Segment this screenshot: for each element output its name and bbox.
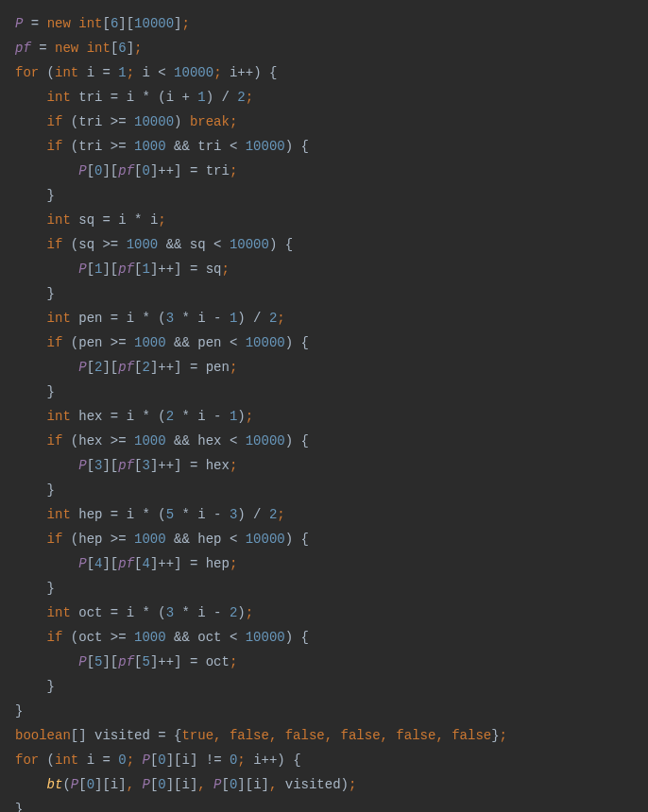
code-line: boolean[] visited = {true, false, false,… [15,728,507,743]
code-line: } [15,384,55,399]
code-line: if (tri >= 10000) break; [15,114,237,129]
function-call: bt [47,777,63,792]
code-line: bt(P[0][i], P[0][i], P[0][i], visited); [15,777,356,792]
code-line: } [15,286,55,301]
field-ref: P [15,16,23,31]
code-line: P[4][pf[4]++] = hep; [15,556,237,571]
code-line: int oct = i * (3 * i - 2); [15,605,253,620]
code-line: if (sq >= 1000 && sq < 10000) { [15,237,293,252]
code-line: P[2][pf[2]++] = pen; [15,360,237,375]
code-line: P[5][pf[5]++] = oct; [15,654,237,669]
code-line: if (tri >= 1000 && tri < 10000) { [15,139,309,154]
field-ref: pf [15,41,31,56]
code-line: int tri = i * (i + 1) / 2; [15,90,253,105]
code-line: for (int i = 0; P[0][i] != 0; i++) { [15,753,301,768]
code-line: int hep = i * (5 * i - 3) / 2; [15,507,285,522]
code-line: if (oct >= 1000 && oct < 10000) { [15,630,309,645]
code-line: if (hex >= 1000 && hex < 10000) { [15,433,309,448]
code-line: } [15,802,23,812]
code-line: pf = new int[6]; [15,41,143,56]
code-line: } [15,581,55,596]
code-line: int sq = i * i; [15,212,166,228]
code-line: for (int i = 1; i < 10000; i++) { [15,65,277,80]
code-line: } [15,482,55,498]
code-line: if (pen >= 1000 && pen < 10000) { [15,335,309,350]
code-line: int pen = i * (3 * i - 1) / 2; [15,311,285,326]
code-line: if (hep >= 1000 && hep < 10000) { [15,532,309,547]
code-line: } [15,679,55,694]
code-block: P = new int[6][10000]; pf = new int[6]; … [0,0,648,812]
code-line: P[1][pf[1]++] = sq; [15,262,230,277]
code-line: } [15,703,23,719]
code-line: int hex = i * (2 * i - 1); [15,409,253,424]
code-line: P[0][pf[0]++] = tri; [15,163,237,178]
code-line: P[3][pf[3]++] = hex; [15,458,237,473]
code-line: P = new int[6][10000]; [15,16,190,31]
code-line: } [15,188,55,203]
